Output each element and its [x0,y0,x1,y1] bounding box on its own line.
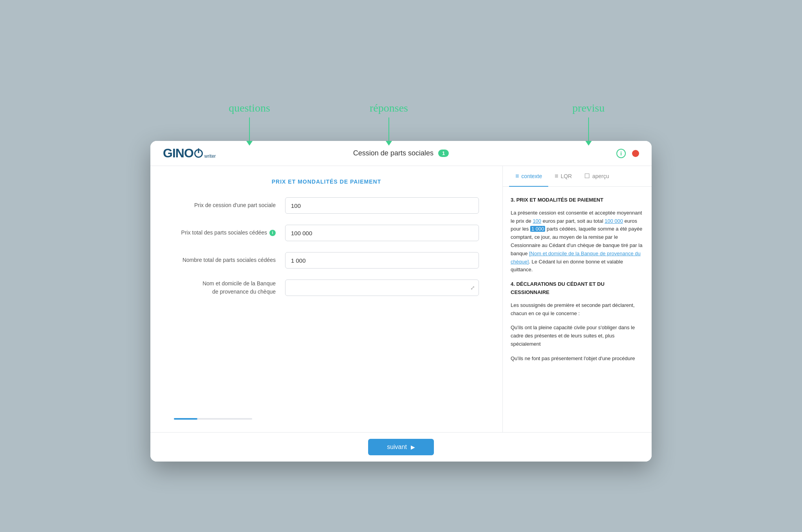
contexte-tab-label: contexte [521,173,542,179]
annotation-questions: questions [229,102,270,146]
form-row-3: Nombre total de parts sociales cédées [174,252,479,269]
preview-price-link: 100 [533,218,541,224]
contexte-tab-icon: ≡ [515,173,519,180]
field-input-expand-4: ⤢ [285,280,479,296]
field-label-3: Nombre total de parts sociales cédées [174,256,276,264]
header-center: Cession de parts sociales 1 [241,149,561,157]
preview-total-link: 100 000 [605,218,623,224]
preview-section3-title: 3. PRIX ET MODALITÉS DE PAIEMENT [511,196,644,204]
annotation-reponses: réponses [370,102,408,146]
field-label-4: Nom et domicile de la Banquede provenanc… [174,280,276,296]
logo-writer: writer [204,153,216,159]
progress-bar-container [174,410,479,420]
annotation-previsu: previsu [573,102,605,146]
field-input-4[interactable] [285,280,479,296]
field-label-1: Prix de cession d'une part sociale [174,202,276,209]
apercu-tab-label: aperçu [592,173,609,179]
logo-gino: GINO [163,146,193,161]
field-input-2[interactable] [285,225,479,241]
preview-panel: ≡ contexte ≡ LQR ☐ aperçu 3. PRIX ET MOD… [503,166,652,432]
tab-contexte[interactable]: ≡ contexte [509,166,548,187]
questions-panel: PRIX ET MONDALITÉS DE PAIEMENT Prix de c… [150,166,503,432]
logo-power-icon [194,149,203,158]
preview-content: 3. PRIX ET MODALITÉS DE PAIEMENT La prés… [503,187,652,432]
expand-icon[interactable]: ⤢ [470,285,475,291]
field-label-2: Prix total des parts sociales cédées i [174,229,276,237]
field-input-1[interactable] [285,197,479,214]
step-badge: 1 [438,150,449,157]
form-row-4: Nom et domicile de la Banquede provenanc… [174,280,479,296]
form-row-2: Prix total des parts sociales cédées i [174,225,479,241]
section-title: PRIX ET MONDALITÉS DE PAIEMENT [174,179,479,185]
preview-section4-text3: Qu'ils ne font pas présentement l'objet … [511,355,644,363]
tab-lqr[interactable]: ≡ LQR [548,166,578,187]
header-actions: i [561,149,639,158]
preview-section4-text1: Les soussignés de première et seconde pa… [511,301,644,318]
header-title: Cession de parts sociales [353,149,434,157]
progress-fill [174,418,197,420]
suivant-label: suivant [387,444,407,451]
app-footer: suivant ▶ [150,432,652,462]
info-button[interactable]: i [616,149,626,158]
app-body: PRIX ET MONDALITÉS DE PAIEMENT Prix de c… [150,166,652,432]
preview-section4-title: 4. DÉCLARATIONS DU CÉDANT ET DU CESSIONN… [511,280,644,297]
app-window: GINO writer Cession de parts sociales 1 … [150,141,652,462]
preview-bank-link: [Nom et domicile de la Banque de provena… [511,251,641,265]
logo-area: GINO writer [163,146,241,161]
form-row-1: Prix de cession d'une part sociale [174,197,479,214]
field-input-3[interactable] [285,252,479,269]
lqr-tab-label: LQR [561,173,572,179]
preview-section3-body: La présente cession est consentie et acc… [511,209,644,274]
preview-tabs: ≡ contexte ≡ LQR ☐ aperçu [503,166,652,187]
suivant-button[interactable]: suivant ▶ [368,439,434,455]
tab-apercu[interactable]: ☐ aperçu [578,166,615,187]
apercu-tab-icon: ☐ [584,172,590,180]
lqr-tab-icon: ≡ [555,173,558,180]
preview-section4-text2: Qu'ils ont la pleine capacité civile pou… [511,324,644,348]
field-info-icon-2[interactable]: i [269,230,276,236]
suivant-arrow-icon: ▶ [411,444,415,450]
preview-parts-highlight: 1 000 [530,226,546,232]
record-dot-icon [632,150,639,157]
progress-bar [174,418,252,420]
